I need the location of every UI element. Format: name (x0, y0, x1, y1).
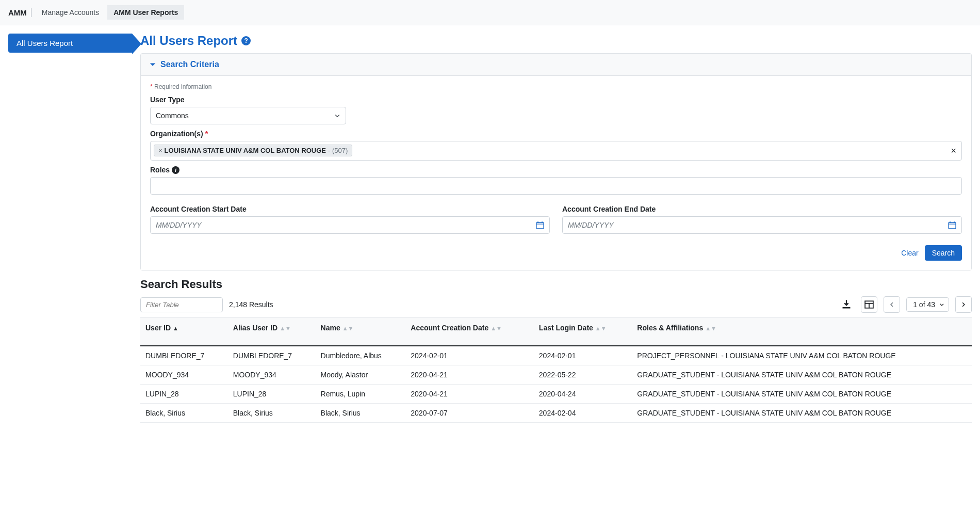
prev-page-button[interactable] (884, 296, 900, 313)
start-date-label: Account Creation Start Date (150, 205, 550, 213)
cell-created: 2020-04-21 (405, 385, 534, 404)
info-icon[interactable]: i (172, 166, 179, 174)
cell-last_login: 2024-02-04 (534, 404, 632, 423)
next-page-button[interactable] (955, 296, 972, 313)
cell-created: 2020-07-07 (405, 404, 534, 423)
roles-input[interactable] (150, 177, 962, 195)
cell-name: Dumbledore, Albus (316, 346, 406, 365)
cell-user_id: MOODY_934 (140, 365, 228, 385)
cell-alias: MOODY_934 (228, 365, 316, 385)
page-text: 1 of 43 (913, 300, 935, 309)
required-note: * Required information (150, 83, 962, 90)
calendar-icon[interactable] (948, 221, 956, 229)
start-date-input-wrap (150, 216, 550, 234)
sort-icon: ▲▼ (280, 325, 291, 331)
cell-user_id: DUMBLEDORE_7 (140, 346, 228, 365)
cell-name: Remus, Lupin (316, 385, 406, 404)
col-roles[interactable]: Roles & Affiliations▲▼ (632, 317, 972, 346)
cell-last_login: 2020-04-24 (534, 385, 632, 404)
remove-chip-icon[interactable]: × (158, 147, 162, 154)
sort-icon: ▲▼ (491, 325, 502, 331)
end-date-label: Account Creation End Date (562, 205, 962, 213)
cell-roles: PROJECT_PERSONNEL - LOUISIANA STATE UNIV… (632, 346, 972, 365)
cell-created: 2024-02-01 (405, 346, 534, 365)
sidebar-tab-all-users-report[interactable]: All Users Report (8, 34, 132, 53)
results-count: 2,148 Results (229, 300, 273, 309)
cell-alias: DUMBLEDORE_7 (228, 346, 316, 365)
table-row: MOODY_934MOODY_934Moody, Alastor2020-04-… (140, 365, 972, 385)
clear-button[interactable]: Clear (901, 249, 918, 257)
cell-name: Moody, Alastor (316, 365, 406, 385)
table-row: LUPIN_28LUPIN_28Remus, Lupin2020-04-2120… (140, 385, 972, 404)
nav-amm-user-reports[interactable]: AMM User Reports (107, 5, 184, 20)
user-type-select[interactable]: Commons (150, 107, 346, 124)
results-toolbar: 2,148 Results 1 of 43 (140, 296, 972, 313)
cell-user_id: LUPIN_28 (140, 385, 228, 404)
clear-all-orgs-icon[interactable]: × (951, 146, 956, 156)
user-type-label: User Type (150, 95, 962, 104)
nav-manage-accounts[interactable]: Manage Accounts (36, 5, 105, 20)
columns-icon[interactable] (861, 296, 877, 313)
filter-table-input[interactable] (140, 297, 223, 312)
col-created[interactable]: Account Creation Date▲▼ (405, 317, 534, 346)
brand: AMM (8, 8, 31, 17)
svg-rect-4 (949, 222, 956, 229)
sort-icon: ▲▼ (705, 325, 716, 331)
cell-roles: GRADUATE_STUDENT - LOUISIANA STATE UNIV … (632, 365, 972, 385)
end-date-input[interactable] (563, 217, 961, 233)
search-criteria-header[interactable]: Search Criteria (141, 54, 971, 76)
cell-roles: GRADUATE_STUDENT - LOUISIANA STATE UNIV … (632, 385, 972, 404)
table-row: Black, SiriusBlack, SiriusBlack, Sirius2… (140, 404, 972, 423)
cell-alias: LUPIN_28 (228, 385, 316, 404)
chevron-down-icon (334, 113, 340, 119)
sidebar: All Users Report (8, 34, 132, 423)
download-icon[interactable] (838, 296, 855, 313)
results-title: Search Results (140, 278, 972, 291)
cell-last_login: 2024-02-01 (534, 346, 632, 365)
cell-alias: Black, Sirius (228, 404, 316, 423)
search-criteria-panel: Search Criteria * Required information U… (140, 53, 972, 270)
calendar-icon[interactable] (536, 221, 544, 229)
organization-chip-count: - (507) (328, 147, 348, 154)
col-name[interactable]: Name▲▼ (316, 317, 406, 346)
cell-user_id: Black, Sirius (140, 404, 228, 423)
col-last-login[interactable]: Last Login Date▲▼ (534, 317, 632, 346)
chevron-down-icon (149, 61, 156, 68)
cell-last_login: 2022-05-22 (534, 365, 632, 385)
chevron-down-icon (939, 302, 944, 307)
cell-created: 2020-04-21 (405, 365, 534, 385)
roles-label: Roles i (150, 166, 962, 174)
user-type-value: Commons (156, 111, 189, 120)
organization-chip: × LOUISIANA STATE UNIV A&M COL BATON ROU… (154, 145, 352, 156)
help-icon[interactable]: ? (241, 36, 251, 45)
page-title: All Users Report ? (140, 34, 972, 48)
cell-roles: GRADUATE_STUDENT - LOUISIANA STATE UNIV … (632, 404, 972, 423)
col-user-id[interactable]: User ID▲ (140, 317, 228, 346)
sort-icon: ▲▼ (342, 325, 354, 331)
end-date-input-wrap (562, 216, 962, 234)
start-date-input[interactable] (151, 217, 549, 233)
organization-input[interactable]: × LOUISIANA STATE UNIV A&M COL BATON ROU… (150, 141, 962, 161)
search-button[interactable]: Search (925, 245, 962, 261)
sort-asc-icon: ▲ (173, 325, 178, 331)
organization-label: Organization(s) * (150, 130, 962, 138)
svg-rect-0 (536, 222, 544, 229)
page-title-text: All Users Report (140, 34, 237, 48)
col-alias[interactable]: Alias User ID▲▼ (228, 317, 316, 346)
results-table: User ID▲ Alias User ID▲▼ Name▲▼ Account … (140, 317, 972, 423)
page-select[interactable]: 1 of 43 (906, 297, 949, 312)
cell-name: Black, Sirius (316, 404, 406, 423)
table-row: DUMBLEDORE_7DUMBLEDORE_7Dumbledore, Albu… (140, 346, 972, 365)
organization-chip-name: LOUISIANA STATE UNIV A&M COL BATON ROUGE (165, 147, 326, 154)
sort-icon: ▲▼ (595, 325, 607, 331)
top-nav: AMM Manage Accounts AMM User Reports (0, 0, 980, 25)
sidebar-tab-label: All Users Report (17, 39, 73, 47)
search-criteria-title: Search Criteria (160, 60, 219, 69)
